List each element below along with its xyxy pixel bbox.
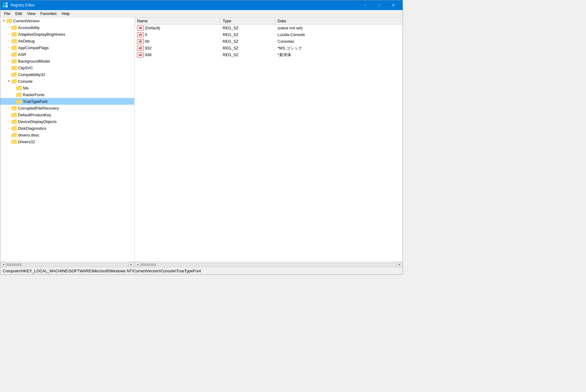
table-row[interactable]: ab 932 REG_SZ *MS ゴシック bbox=[135, 45, 403, 52]
tree-item-console[interactable]: ▼ Console bbox=[0, 78, 134, 85]
chevron-right-icon[interactable]: › bbox=[6, 45, 11, 50]
scroll-left-arrow[interactable]: ◂ bbox=[1, 263, 6, 267]
folder-icon bbox=[11, 106, 17, 111]
value-name: (Default) bbox=[145, 26, 160, 30]
table-row[interactable]: ab (Default) REG_SZ (value not set) bbox=[135, 25, 403, 31]
title-bar: Registry Editor − □ ✕ bbox=[0, 0, 403, 10]
scroll-right-arrow[interactable]: ▸ bbox=[129, 263, 134, 267]
value-type: REG_SZ bbox=[220, 31, 275, 38]
tree-item-compat32[interactable]: › Compatibility32 bbox=[0, 71, 134, 78]
chevron-down-icon[interactable]: ▼ bbox=[6, 79, 11, 84]
value-data: (value not set) bbox=[275, 25, 403, 31]
svg-rect-2 bbox=[3, 5, 5, 7]
tree-label-diskdiag: DiskDiagnostics bbox=[18, 126, 46, 131]
col-header-type[interactable]: Type bbox=[220, 17, 275, 25]
tree-item-nls[interactable]: › Nls bbox=[0, 85, 134, 91]
folder-icon bbox=[11, 79, 17, 84]
tree-label-nls: Nls bbox=[23, 86, 29, 90]
tree-item-truetypefont[interactable]: › TrueTypeFont bbox=[0, 98, 134, 105]
reg-sz-icon: ab bbox=[137, 26, 144, 31]
main-content: ▼ CurrentVersion › Accessibility › bbox=[0, 17, 403, 262]
svg-rect-45 bbox=[16, 87, 22, 90]
svg-rect-41 bbox=[11, 80, 17, 83]
tree-label-asr: ASR bbox=[18, 52, 26, 57]
tree-scroll[interactable]: ▼ CurrentVersion › Accessibility › bbox=[0, 17, 134, 262]
folder-icon bbox=[16, 92, 22, 97]
tree-item-background[interactable]: › BackgroundModel bbox=[0, 58, 134, 64]
value-data: *新宋体 bbox=[275, 52, 403, 58]
values-scroll-left[interactable]: ◂ bbox=[135, 263, 140, 267]
tree-item-driversdesc[interactable]: › drivers.desc bbox=[0, 132, 134, 138]
tree-item-aedebug[interactable]: › AeDebug bbox=[0, 38, 134, 44]
chevron-right-icon[interactable]: › bbox=[6, 25, 11, 30]
maximize-button[interactable]: □ bbox=[372, 0, 386, 10]
table-row[interactable]: ab 0 REG_SZ Lucida Console bbox=[135, 31, 403, 38]
folder-icon bbox=[11, 65, 17, 70]
chevron-down-icon[interactable]: ▼ bbox=[2, 18, 6, 23]
minimize-button[interactable]: − bbox=[358, 0, 372, 10]
chevron-right-icon[interactable]: › bbox=[6, 38, 11, 43]
svg-rect-21 bbox=[11, 46, 17, 50]
svg-rect-25 bbox=[11, 53, 17, 56]
table-row[interactable]: ab 00 REG_SZ Consolas bbox=[135, 38, 403, 45]
menu-bar: File Edit View Favorites Help bbox=[0, 10, 403, 17]
svg-rect-61 bbox=[11, 114, 17, 117]
tree-item-defaultproduct[interactable]: › DefaultProductKey bbox=[0, 111, 134, 118]
values-hscroll[interactable]: ◂ ▸ bbox=[135, 262, 403, 267]
tree-hscroll-track[interactable] bbox=[6, 263, 128, 266]
values-hscroll-track[interactable] bbox=[140, 263, 397, 266]
horizontal-scrollbars: ◂ ▸ ◂ ▸ bbox=[0, 262, 403, 267]
col-header-name[interactable]: Name bbox=[135, 17, 220, 25]
folder-icon bbox=[11, 112, 17, 117]
close-button[interactable]: ✕ bbox=[386, 0, 400, 10]
value-name-cell: ab 932 bbox=[135, 45, 220, 52]
values-table[interactable]: Name Type Data ab (Default) bbox=[135, 17, 403, 262]
tree-label-console: Console bbox=[18, 79, 33, 84]
tree-label-devicedisplay: DeviceDisplayObjects bbox=[18, 119, 56, 124]
value-type: REG_SZ bbox=[220, 52, 275, 58]
tree-item-adaptive[interactable]: › AdaptiveDisplayBrightness bbox=[0, 31, 134, 38]
tree-item-drivers32[interactable]: › Drivers32 bbox=[0, 138, 134, 145]
tree-item-asr[interactable]: › ASR bbox=[0, 51, 134, 58]
svg-rect-49 bbox=[16, 93, 22, 97]
folder-icon bbox=[6, 18, 12, 23]
menu-file[interactable]: File bbox=[2, 11, 13, 16]
tree-item-devicedisplay[interactable]: › DeviceDisplayObjects bbox=[0, 118, 134, 125]
value-name-cell: ab 936 bbox=[135, 52, 220, 58]
value-data: *MS ゴシック bbox=[275, 45, 403, 52]
value-name: 0 bbox=[145, 32, 147, 37]
tree-label-currentversion: CurrentVersion bbox=[13, 19, 40, 23]
tree-hscroll-thumb[interactable] bbox=[6, 263, 22, 266]
tree-item-currentversion[interactable]: ▼ CurrentVersion bbox=[0, 17, 134, 24]
menu-edit[interactable]: Edit bbox=[13, 11, 24, 16]
tree-item-clipsvc[interactable]: › ClipSVC bbox=[0, 64, 134, 71]
values-pane: Name Type Data ab (Default) bbox=[135, 17, 403, 262]
table-row[interactable]: ab 936 REG_SZ *新宋体 bbox=[135, 52, 403, 58]
value-name-cell: ab (Default) bbox=[135, 25, 220, 31]
tree-label-appcompat: AppCompatFlags bbox=[18, 45, 49, 50]
tree-item-diskdiag[interactable]: › DiskDiagnostics bbox=[0, 125, 134, 132]
chevron-right-icon[interactable]: › bbox=[6, 126, 11, 131]
chevron-right-icon[interactable]: › bbox=[6, 106, 11, 111]
col-header-data[interactable]: Data bbox=[275, 17, 403, 25]
values-scroll-right[interactable]: ▸ bbox=[397, 263, 402, 267]
tree-item-rasterfonts[interactable]: › RasterFonts bbox=[0, 91, 134, 98]
tree-item-appcompat[interactable]: › AppCompatFlags bbox=[0, 44, 134, 51]
menu-view[interactable]: View bbox=[24, 11, 38, 16]
folder-icon bbox=[16, 85, 22, 90]
svg-rect-73 bbox=[11, 134, 17, 137]
chevron-right-icon[interactable]: › bbox=[6, 119, 11, 124]
reg-sz-icon: ab bbox=[137, 39, 144, 44]
values-hscroll-thumb[interactable] bbox=[141, 263, 156, 266]
chevron-right-icon[interactable]: › bbox=[6, 59, 11, 64]
svg-rect-29 bbox=[11, 60, 17, 63]
chevron-right-icon[interactable]: › bbox=[6, 32, 11, 37]
tree-item-accessibility[interactable]: › Accessibility bbox=[0, 24, 134, 31]
tree-label-aedebug: AeDebug bbox=[18, 39, 34, 43]
tree-item-corruptedfile[interactable]: › CorruptedFileRecovery bbox=[0, 105, 134, 111]
value-name: 936 bbox=[145, 53, 152, 57]
menu-help[interactable]: Help bbox=[59, 11, 72, 16]
svg-rect-3 bbox=[5, 5, 8, 7]
tree-hscroll[interactable]: ◂ ▸ bbox=[0, 262, 135, 267]
menu-favorites[interactable]: Favorites bbox=[38, 11, 59, 16]
